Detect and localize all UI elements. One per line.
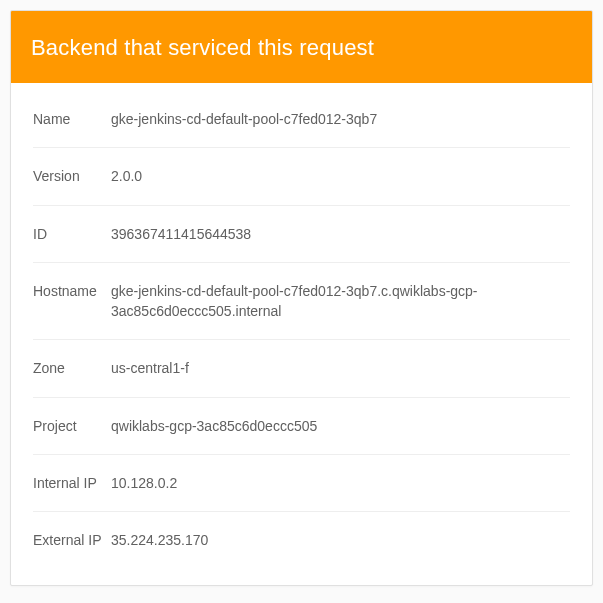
card-body: Name gke-jenkins-cd-default-pool-c7fed01… xyxy=(11,83,592,585)
field-label: Project xyxy=(33,416,111,436)
field-label: Version xyxy=(33,166,111,186)
field-value: gke-jenkins-cd-default-pool-c7fed012-3qb… xyxy=(111,109,570,129)
field-label: External IP xyxy=(33,530,111,550)
backend-info-card: Backend that serviced this request Name … xyxy=(10,10,593,586)
field-label: Zone xyxy=(33,358,111,378)
field-value: 2.0.0 xyxy=(111,166,570,186)
field-value: 396367411415644538 xyxy=(111,224,570,244)
card-title: Backend that serviced this request xyxy=(31,35,374,60)
field-value: us-central1-f xyxy=(111,358,570,378)
field-value: gke-jenkins-cd-default-pool-c7fed012-3qb… xyxy=(111,281,570,322)
field-row-id: ID 396367411415644538 xyxy=(33,206,570,263)
field-row-internal-ip: Internal IP 10.128.0.2 xyxy=(33,455,570,512)
field-row-version: Version 2.0.0 xyxy=(33,148,570,205)
field-row-external-ip: External IP 35.224.235.170 xyxy=(33,512,570,568)
card-header: Backend that serviced this request xyxy=(11,11,592,83)
field-label: Internal IP xyxy=(33,473,111,493)
field-label: Hostname xyxy=(33,281,111,301)
field-value: 35.224.235.170 xyxy=(111,530,570,550)
field-label: Name xyxy=(33,109,111,129)
field-label: ID xyxy=(33,224,111,244)
field-value: qwiklabs-gcp-3ac85c6d0eccc505 xyxy=(111,416,570,436)
field-row-hostname: Hostname gke-jenkins-cd-default-pool-c7f… xyxy=(33,263,570,341)
field-row-zone: Zone us-central1-f xyxy=(33,340,570,397)
field-value: 10.128.0.2 xyxy=(111,473,570,493)
field-row-name: Name gke-jenkins-cd-default-pool-c7fed01… xyxy=(33,91,570,148)
field-row-project: Project qwiklabs-gcp-3ac85c6d0eccc505 xyxy=(33,398,570,455)
